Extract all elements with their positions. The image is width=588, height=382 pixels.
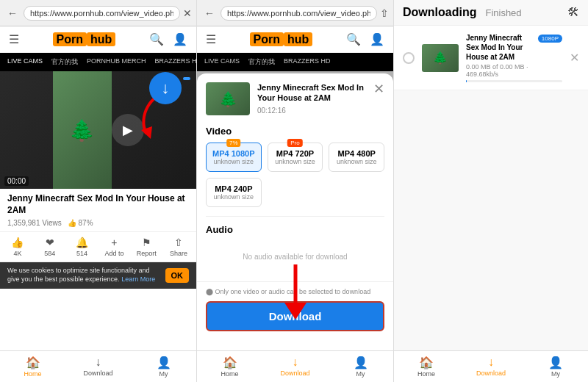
bottom-download-2[interactable]: ↓ Download [262, 354, 328, 379]
bottom-my-label-1: My [159, 370, 168, 378]
bottom-download-3[interactable]: ↓ Download [459, 354, 523, 379]
nav-brazzers-2[interactable]: BRAZZERS HD [279, 53, 335, 71]
logo-span-1: hub [87, 32, 115, 46]
action-share-1[interactable]: ⇧ Share [162, 237, 195, 257]
downloads-header: Downloading Finished 🛠 [394, 0, 588, 26]
bottom-home-3[interactable]: 🏠 Home [394, 354, 459, 379]
modal-download-btn[interactable]: Download [206, 301, 384, 331]
download-icon-2: ↓ [293, 356, 298, 369]
back-button-1[interactable]: ← [4, 6, 21, 21]
audio-section-title: Audio [197, 220, 393, 238]
quality-1080p-sub: unknown size [209, 158, 258, 165]
modal-title: Jenny Minecraft Sex Mod In Your House at… [257, 82, 366, 104]
bottom-download-1[interactable]: ↓ Download [65, 354, 131, 379]
audio-section: No audio available for download [197, 238, 393, 281]
bottom-home-label-3: Home [417, 370, 435, 378]
my-icon-2: 👤 [354, 356, 368, 370]
action-addto-1[interactable]: + Add to [98, 237, 130, 257]
ph-nav-1: LIVE CAMS 官方的我 PORNHUB MERCH BRAZZERS HD [0, 53, 196, 71]
video-time-1: 00:00 [4, 176, 29, 186]
svg-marker-0 [141, 126, 152, 139]
video-meta-1: 1,359,981 Views 👍 87% [7, 219, 189, 227]
modal-close-btn[interactable]: ✕ [373, 82, 384, 96]
bottom-my-1[interactable]: 👤 My [131, 354, 196, 379]
quality-240p-label: MP4 240P [209, 184, 258, 193]
quality-720p-btn[interactable]: Pro MP4 720P unknown size [268, 143, 323, 172]
nav-brazzers-1[interactable]: BRAZZERS HD [151, 53, 196, 71]
dl-radio-1[interactable] [403, 52, 415, 64]
address-bar-1: ← ✕ [0, 0, 196, 26]
nav-livecams-2[interactable]: LIVE CAMS [200, 53, 244, 71]
download-modal: 🌲 Jenny Minecraft Sex Mod In Your House … [197, 73, 393, 356]
cookie-text-1: We use cookies to optimize site function… [7, 267, 161, 284]
modal-divider [206, 216, 384, 217]
home-icon-2: 🏠 [223, 356, 237, 370]
quality-grid: 7% MP4 1080P unknown size Pro MP4 720P u… [197, 140, 393, 175]
dl-close-btn-1[interactable]: ✕ [570, 51, 579, 65]
bottom-home-2[interactable]: 🏠 Home [197, 354, 262, 379]
nav-official-1[interactable]: 官方的我 [47, 53, 82, 71]
bottom-home-label-2: Home [220, 370, 238, 378]
url-input-2[interactable] [220, 6, 377, 21]
dl-progress-bar-container-1 [466, 80, 562, 82]
downloads-status: Finished [485, 7, 521, 18]
video-info-1: Jenny Minecraft Sex Mod In Your House at… [0, 189, 196, 231]
dl-thumb-1: 🌲 [422, 44, 459, 72]
action-514-1[interactable]: 🔔 514 [66, 237, 98, 257]
action-4k-1[interactable]: 👍 4K [1, 237, 34, 257]
share-icon-1: ⇧ [174, 237, 183, 248]
bottom-my-2[interactable]: 👤 My [328, 354, 393, 379]
action-addto-label: Add to [104, 250, 123, 257]
dl-progress-bar-1 [466, 80, 467, 82]
action-report-1[interactable]: ⚑ Report [130, 237, 162, 257]
ph-logo-2: Pornhub [250, 33, 313, 46]
bottom-nav-3: 🏠 Home ↓ Download 👤 My [394, 350, 588, 382]
url-input-1[interactable] [24, 6, 180, 21]
modal-footer-note: ⬤ Only one video or audio can be selecte… [206, 288, 384, 295]
action-bar-1: 👍 4K ❤ 584 🔔 514 + Add to ⚑ Report ⇧ Sha [0, 231, 196, 262]
download-icon-3: ↓ [488, 356, 494, 369]
menu-icon-2[interactable]: ☰ [206, 32, 216, 46]
quality-240p-sub: unknown size [209, 193, 258, 201]
my-icon-1: 👤 [157, 356, 171, 370]
quality-720p-label: MP4 720P [271, 149, 320, 158]
address-bar-2: ← ⇧ [197, 0, 393, 26]
bell-icon-1: 🔔 [76, 237, 88, 248]
account-icon-2[interactable]: 👤 [370, 32, 384, 46]
bottom-home-1[interactable]: 🏠 Home [0, 354, 65, 379]
cookie-ok-btn-1[interactable]: OK [165, 268, 190, 283]
hd-badge-1 [183, 77, 190, 80]
bottom-home-label-1: Home [24, 370, 41, 378]
quality-480p-btn[interactable]: MP4 480P unknown size [329, 143, 384, 172]
quality-720p-badge: Pro [287, 139, 302, 147]
quality-480p-sub: unknown size [332, 158, 381, 165]
quality-240p-btn[interactable]: MP4 240P unknown size [206, 178, 262, 207]
quality-1080p-btn[interactable]: 7% MP4 1080P unknown size [206, 143, 262, 172]
bottom-my-3[interactable]: 👤 My [523, 354, 588, 379]
refresh-icon-1[interactable]: ✕ [183, 7, 192, 19]
back-button-2[interactable]: ← [201, 6, 218, 21]
action-share-label: Share [170, 250, 187, 257]
modal-header: 🌲 Jenny Minecraft Sex Mod In Your House … [197, 73, 393, 121]
ph-icons-1: 🔍 👤 [149, 32, 187, 46]
panel-downloads: Downloading Finished 🛠 🌲 Jenny Minecraft… [394, 0, 588, 382]
action-514-label: 514 [76, 250, 87, 257]
account-icon-1[interactable]: 👤 [173, 32, 187, 46]
action-report-label: Report [137, 250, 157, 257]
logo-span-2: hub [284, 32, 312, 46]
share-addr-icon-2[interactable]: ⇧ [380, 7, 389, 19]
menu-icon-1[interactable]: ☰ [9, 32, 19, 46]
cookie-learn-more-1[interactable]: Learn More [121, 275, 155, 283]
video-title-1: Jenny Minecraft Sex Mod In Your House at… [7, 193, 189, 216]
search-icon-1[interactable]: 🔍 [149, 32, 164, 46]
view-count-1: 1,359,981 Views [7, 219, 62, 227]
nav-merch-1[interactable]: PORNHUB MERCH [82, 53, 151, 71]
nav-official-2[interactable]: 官方的我 [244, 53, 279, 71]
action-fav-1[interactable]: ❤ 584 [34, 237, 66, 257]
search-icon-2[interactable]: 🔍 [346, 32, 361, 46]
video-wrapper-1: 🌲 ▶ 00:00 ↓ [0, 71, 196, 189]
audio-empty-text: No audio available for download [206, 238, 384, 275]
settings-icon[interactable]: 🛠 [567, 6, 579, 19]
nav-livecams-1[interactable]: LIVE CAMS [3, 53, 47, 71]
dl-info-1: Jenny Minecraft Sex Mod In Your House at… [466, 33, 562, 82]
